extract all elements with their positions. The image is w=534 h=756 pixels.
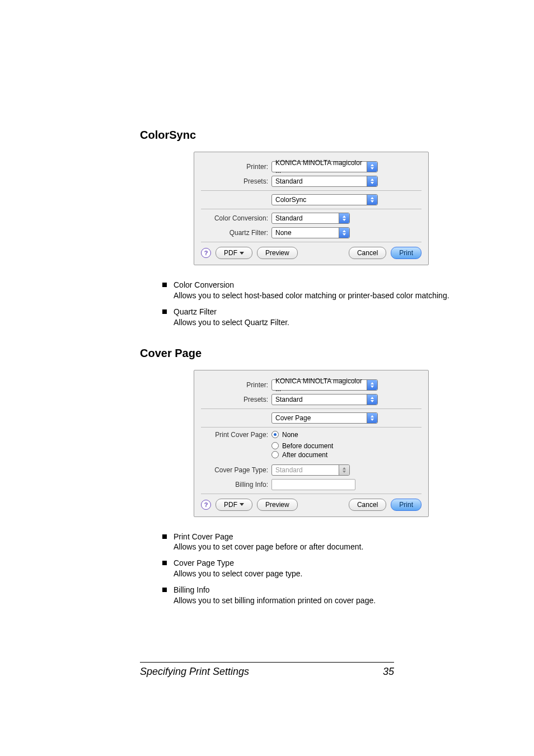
page-number: 35 [383, 666, 394, 678]
bullet-icon [162, 534, 167, 539]
billing-info-input[interactable] [271, 479, 355, 490]
footer-left: Specifying Print Settings [140, 666, 249, 678]
bullet-icon [162, 309, 167, 314]
radio-none-label: None [282, 431, 298, 439]
bullet-title: Billing Info [174, 585, 376, 595]
bullet-icon [162, 561, 167, 565]
separator [201, 427, 421, 428]
print-button[interactable]: Print [391, 499, 421, 511]
printer-value: KONICA MINOLTA magicolor ... [275, 377, 365, 393]
bullet-desc: Allows you to select host-based color ma… [174, 290, 449, 301]
presets-label: Presets: [201, 396, 271, 403]
preview-button[interactable]: Preview [257, 499, 298, 511]
stepper-icon [339, 213, 349, 223]
list-item: Print Cover Page Allows you to set cover… [162, 532, 467, 553]
stepper-icon [367, 395, 377, 405]
billing-info-label: Billing Info: [201, 481, 271, 489]
color-conversion-select[interactable]: Standard [271, 213, 350, 224]
radio-before[interactable] [271, 442, 279, 449]
radio-after-label: After document [282, 451, 327, 459]
printer-label: Printer: [201, 381, 271, 389]
presets-select[interactable]: Standard [271, 394, 378, 405]
preview-button[interactable]: Preview [257, 247, 298, 259]
stepper-icon [367, 380, 377, 390]
cancel-button[interactable]: Cancel [349, 247, 386, 259]
chevron-down-icon [240, 252, 244, 255]
stepper-icon [367, 195, 377, 205]
bullet-icon [162, 588, 167, 592]
color-conversion-label: Color Conversion: [201, 214, 271, 222]
quartz-filter-label: Quartz Filter: [201, 229, 271, 237]
radio-after[interactable] [271, 451, 279, 458]
separator [201, 242, 421, 242]
stepper-icon [367, 162, 377, 172]
pane-select[interactable]: ColorSync [271, 194, 378, 205]
cover-page-type-select: Standard [271, 464, 350, 476]
chevron-down-icon [240, 503, 244, 506]
color-conversion-value: Standard [275, 214, 303, 222]
list-item: Quartz Filter Allows you to select Quart… [162, 307, 467, 328]
cover-page-type-value: Standard [275, 466, 303, 474]
list-item: Color Conversion Allows you to select ho… [162, 280, 467, 301]
section-title-coverpage: Cover Page [140, 347, 467, 360]
bullet-desc: Allows you to select Quartz Filter. [174, 317, 289, 328]
bullet-icon [162, 283, 167, 287]
page-footer: Specifying Print Settings 35 [140, 662, 394, 678]
presets-value: Standard [275, 396, 303, 403]
pdf-button[interactable]: PDF [216, 499, 252, 511]
bullet-title: Cover Page Type [174, 558, 302, 569]
quartz-filter-value: None [275, 229, 292, 237]
list-item: Billing Info Allows you to set billing i… [162, 585, 467, 606]
coverpage-bullets: Print Cover Page Allows you to set cover… [162, 532, 467, 606]
presets-value: Standard [275, 177, 303, 185]
dialog-colorsync: Printer: KONICA MINOLTA magicolor ... Pr… [194, 152, 429, 265]
radio-before-label: Before document [282, 442, 333, 450]
colorsync-bullets: Color Conversion Allows you to select ho… [162, 280, 467, 328]
separator [201, 494, 421, 494]
separator [201, 209, 421, 209]
printer-value: KONICA MINOLTA magicolor ... [275, 159, 365, 175]
stepper-icon [367, 176, 377, 186]
bullet-title: Color Conversion [174, 280, 449, 290]
help-icon[interactable]: ? [201, 500, 211, 510]
stepper-icon [367, 413, 377, 423]
stepper-icon [339, 228, 349, 238]
cover-page-type-label: Cover Page Type: [201, 466, 271, 474]
bullet-title: Quartz Filter [174, 307, 289, 317]
pdf-button[interactable]: PDF [216, 247, 252, 259]
printer-label: Printer: [201, 163, 271, 171]
quartz-filter-select[interactable]: None [271, 227, 350, 238]
print-button[interactable]: Print [391, 247, 421, 259]
pdf-label: PDF [224, 501, 237, 509]
dialog-coverpage: Printer: KONICA MINOLTA magicolor ... Pr… [194, 370, 429, 517]
section-title-colorsync: ColorSync [140, 129, 467, 142]
bullet-desc: Allows you to select cover page type. [174, 569, 302, 579]
pane-value: Cover Page [275, 414, 311, 422]
help-icon[interactable]: ? [201, 248, 211, 258]
radio-none[interactable] [271, 431, 279, 438]
cancel-button[interactable]: Cancel [349, 499, 386, 511]
stepper-icon [339, 465, 349, 475]
print-cover-page-label: Print Cover Page: [201, 431, 271, 439]
separator [201, 408, 421, 409]
presets-select[interactable]: Standard [271, 176, 378, 187]
separator [201, 190, 421, 191]
printer-select[interactable]: KONICA MINOLTA magicolor ... [271, 379, 378, 391]
list-item: Cover Page Type Allows you to select cov… [162, 558, 467, 579]
bullet-desc: Allows you to set cover page before or a… [174, 542, 363, 552]
pane-select[interactable]: Cover Page [271, 412, 378, 424]
bullet-desc: Allows you to set billing information pr… [174, 595, 376, 606]
printer-select[interactable]: KONICA MINOLTA magicolor ... [271, 161, 378, 172]
bullet-title: Print Cover Page [174, 532, 363, 542]
presets-label: Presets: [201, 177, 271, 185]
pdf-label: PDF [224, 249, 237, 257]
pane-value: ColorSync [275, 196, 306, 204]
